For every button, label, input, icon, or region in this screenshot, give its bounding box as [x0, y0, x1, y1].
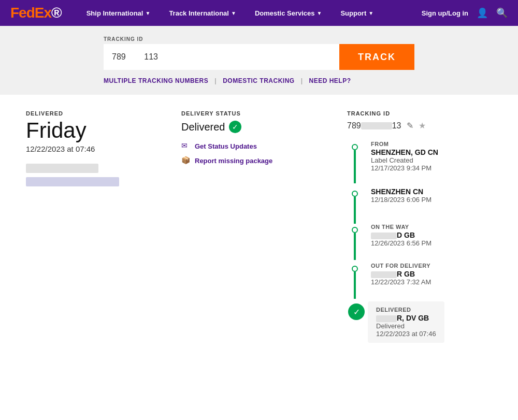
nav-track-chevron-icon: ▼ — [231, 10, 236, 16]
domestic-tracking-link[interactable]: DOMESTIC TRACKING — [223, 77, 295, 84]
nav-track-international[interactable]: Track International ▼ — [160, 0, 246, 26]
location-blurred-delivered — [376, 315, 397, 322]
delivered-day: Friday — [26, 119, 181, 142]
tracking-id-value: 78913 — [347, 121, 401, 131]
delivery-status-heading: DELIVERY STATUS — [181, 110, 337, 117]
timeline-date-from-value: 12/17/2023 9:34 PM — [371, 164, 438, 172]
status-row: Delivered ✓ — [181, 121, 337, 133]
left-panel: DELIVERED Friday 12/22/2023 at 07:46 — [26, 110, 181, 343]
timeline-date-ofd: 12/22/2023 7:32 AM — [371, 278, 431, 286]
tracking-links: MULTIPLE TRACKING NUMBERS | DOMESTIC TRA… — [104, 70, 414, 95]
timeline-dot-delivered-icon: ✓ — [348, 303, 365, 320]
sep-1: | — [214, 77, 217, 84]
need-help-link[interactable]: NEED HELP? — [309, 77, 351, 84]
nav-support[interactable]: Support ▼ — [331, 0, 383, 26]
timeline-item-outfordelivery: OUT FOR DELIVERY R GB 12/22/2023 7:32 AM — [347, 263, 492, 301]
email-icon: ✉ — [181, 141, 191, 151]
tracking-id-row: 78913 ✎ ★ — [347, 121, 492, 131]
timeline-item-onway: ON THE WAY D GB 12/26/2023 6:56 PM — [347, 224, 492, 263]
edit-tracking-icon[interactable]: ✎ — [407, 121, 413, 131]
get-status-updates-link[interactable]: ✉ Get Status Updates — [181, 141, 337, 151]
timeline-date-shenzhen: 12/18/2023 6:06 PM — [371, 196, 431, 204]
timeline-date-onway: 12/26/2023 6:56 PM — [371, 239, 431, 247]
sep-2: | — [301, 77, 303, 84]
timeline-left-shenzhen — [347, 187, 363, 224]
nav-ship-international[interactable]: Ship International ▼ — [77, 0, 160, 26]
tracking-id-middle-blurred — [361, 122, 392, 129]
main-content: DELIVERED Friday 12/22/2023 at 07:46 DEL… — [0, 95, 518, 358]
nav-support-label: Support — [340, 9, 366, 17]
timeline-location-onway: D GB — [371, 231, 431, 239]
timeline-connector-1 — [354, 150, 356, 183]
timeline-item-delivered: ✓ DELIVERED R, DV GB Delivered 12/22/202… — [347, 301, 492, 343]
location-blurred-onway — [371, 233, 397, 239]
user-icon[interactable]: 👤 — [477, 7, 488, 19]
report-missing-link[interactable]: 📦 Report missing package — [181, 156, 337, 165]
timeline-content-from: FROM SHENZHEN, GD CN Label Created 12/17… — [363, 141, 438, 187]
tracking-input-row: TRACK — [104, 44, 414, 70]
tracking-id-label: TRACKING ID — [104, 36, 414, 42]
search-icon[interactable]: 🔍 — [496, 7, 508, 19]
nav-domestic-label: Domestic Services — [255, 9, 315, 17]
nav-ship-chevron-icon: ▼ — [145, 10, 150, 16]
timeline-left-from — [347, 141, 363, 183]
nav-domestic-services[interactable]: Domestic Services ▼ — [246, 0, 332, 26]
multiple-tracking-link[interactable]: MULTIPLE TRACKING NUMBERS — [104, 77, 208, 84]
timeline-dot-onway — [352, 227, 358, 233]
address-blurred-1 — [26, 164, 98, 173]
timeline-content-onway: ON THE WAY D GB 12/26/2023 6:56 PM — [363, 224, 431, 263]
tracking-section: TRACKING ID TRACK MULTIPLE TRACKING NUMB… — [0, 26, 518, 95]
fedex-logo[interactable]: FedEx® — [10, 5, 62, 21]
nav-domestic-chevron-icon: ▼ — [317, 10, 322, 16]
timeline-dot-ofd — [352, 266, 358, 272]
timeline-sublabel-delivered: DELIVERED — [376, 307, 436, 313]
timeline-connector-2 — [354, 197, 356, 224]
track-button[interactable]: TRACK — [339, 44, 414, 70]
right-panel: TRACKING ID 78913 ✎ ★ FROM SHENZHEN, GD … — [337, 110, 492, 343]
address-blurred-2 — [26, 177, 119, 186]
timeline-content-shenzhen: SHENZHEN CN 12/18/2023 6:06 PM — [363, 187, 431, 219]
tracking-id-heading: TRACKING ID — [347, 110, 492, 117]
fedex-logo-fed: Fed — [10, 5, 35, 21]
fedex-logo-ex: Ex — [35, 5, 51, 21]
timeline-item-shenzhen: SHENZHEN CN 12/18/2023 6:06 PM — [347, 187, 492, 224]
package-icon: 📦 — [181, 156, 191, 165]
tracking-input[interactable] — [104, 44, 339, 70]
timeline-date-from: Label Created — [371, 156, 438, 164]
timeline-connector-4 — [354, 272, 356, 299]
timeline-content-ofd: OUT FOR DELIVERY R GB 12/22/2023 7:32 AM — [363, 263, 431, 301]
timeline-location-delivered: R, DV GB — [376, 314, 436, 322]
nav-support-chevron-icon: ▼ — [368, 10, 373, 16]
location-blurred-ofd — [371, 271, 397, 278]
star-tracking-icon[interactable]: ★ — [419, 121, 426, 131]
timeline-location-shenzhen: SHENZHEN CN — [371, 187, 431, 196]
nav-track-international-label: Track International — [169, 9, 229, 17]
get-status-updates-text: Get Status Updates — [195, 142, 257, 150]
timeline-left-onway — [347, 224, 363, 260]
timeline-sublabel-onway: ON THE WAY — [371, 224, 431, 230]
timeline-location-from: SHENZHEN, GD CN — [371, 148, 438, 156]
nav-links: Ship International ▼ Track International… — [77, 0, 422, 26]
timeline-date-delivered-value: 12/22/2023 at 07:46 — [376, 330, 436, 338]
timeline-sublabel-from: FROM — [371, 141, 438, 147]
timeline-location-ofd: R GB — [371, 270, 431, 278]
navbar: FedEx® Ship International ▼ Track Intern… — [0, 0, 518, 26]
report-missing-text: Report missing package — [195, 157, 272, 165]
timeline-sublabel-ofd: OUT FOR DELIVERY — [371, 263, 431, 269]
timeline-dot-from — [352, 144, 358, 150]
timeline-content-delivered: DELIVERED R, DV GB Delivered 12/22/2023 … — [368, 301, 444, 343]
timeline: FROM SHENZHEN, GD CN Label Created 12/17… — [347, 141, 492, 343]
delivered-check-icon: ✓ — [229, 121, 241, 133]
timeline-date-delivered-label: Delivered — [376, 322, 436, 330]
delivered-status-label: DELIVERED — [26, 110, 181, 117]
middle-panel: DELIVERY STATUS Delivered ✓ ✉ Get Status… — [181, 110, 337, 343]
timeline-left-ofd — [347, 263, 363, 299]
status-text: Delivered — [181, 121, 225, 133]
timeline-left-delivered: ✓ — [347, 301, 366, 330]
nav-ship-international-label: Ship International — [87, 9, 143, 17]
signup-login-button[interactable]: Sign up/Log in — [422, 9, 468, 17]
timeline-dot-shenzhen — [352, 191, 358, 197]
delivered-date: 12/22/2023 at 07:46 — [26, 144, 181, 153]
timeline-item-from: FROM SHENZHEN, GD CN Label Created 12/17… — [347, 141, 492, 187]
nav-right: Sign up/Log in 👤 🔍 — [422, 7, 508, 19]
